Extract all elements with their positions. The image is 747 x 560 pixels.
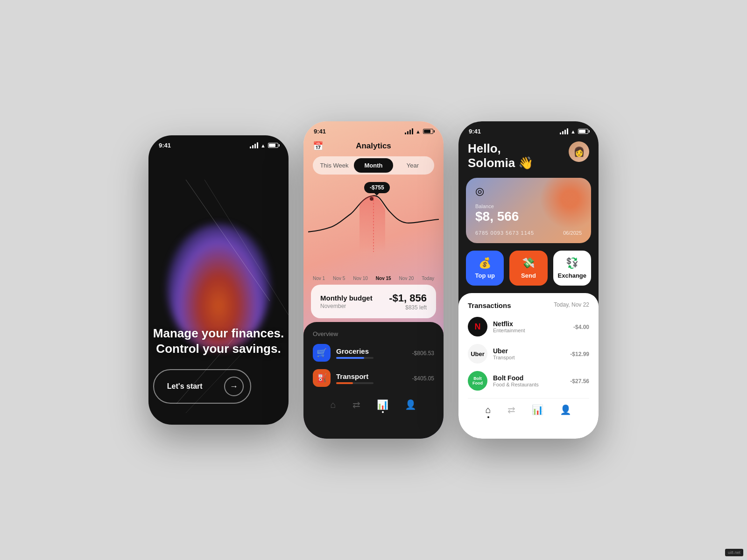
tab-this-week[interactable]: This Week (315, 158, 354, 173)
nav-analytics-icon[interactable]: 📊 (377, 399, 388, 410)
bolt-amount: -$27.56 (570, 377, 589, 385)
analytics-chart: -$755 Nov 1 Nov 5 Nov 10 (308, 177, 439, 281)
chart-x-labels: Nov 1 Nov 5 Nov 10 Nov 15 Nov 20 Today (308, 276, 439, 281)
budget-values: -$1, 856 $835 left (389, 292, 427, 311)
uber-amount: -$12.99 (570, 350, 589, 357)
tx-row-netflix[interactable]: N Netflix Entertainment -$4.00 (468, 317, 589, 336)
transport-icon: ⛽ (313, 369, 331, 387)
card-logo-icon: ◎ (475, 185, 582, 197)
category-groceries: 🛒 Groceries (313, 344, 412, 362)
overview-row-groceries: 🛒 Groceries -$806.53 (313, 344, 434, 362)
tab-year[interactable]: Year (393, 158, 432, 173)
card-number: 6785 0093 5673 1145 (475, 230, 534, 236)
nav-active-dot (382, 411, 384, 413)
uber-name: Uber (493, 347, 570, 355)
netflix-name: Netflix (493, 320, 573, 328)
user-name: Solomia 👋 (468, 156, 533, 170)
exchange-icon: 💱 (566, 257, 578, 269)
analytics-title: Analytics (356, 141, 391, 151)
signal-icon-3 (560, 128, 568, 134)
home-nav-dot (487, 416, 489, 418)
period-tabs[interactable]: This Week Month Year (313, 156, 434, 175)
topup-label: Top up (475, 272, 494, 279)
card-expiry: 06/2025 (563, 230, 582, 236)
topup-icon: 💰 (479, 257, 491, 269)
nav-profile-icon[interactable]: 👤 (405, 399, 416, 410)
budget-month: November (320, 303, 373, 309)
tx-row-bolt[interactable]: BoltFood Bolt Food Food & Restaurants -$… (468, 371, 589, 391)
exchange-label: Exchange (558, 272, 586, 279)
signal-icon-1 (250, 142, 258, 148)
status-icons-2: ▲ (405, 128, 433, 134)
transport-name: Transport (336, 372, 374, 380)
nav-analytics-white-icon[interactable]: 📊 (532, 404, 543, 415)
card-footer: 6785 0093 5673 1145 06/2025 (475, 230, 582, 236)
budget-label: Monthly budget (320, 294, 373, 302)
nav-transfer-icon[interactable]: ⇄ (352, 399, 360, 410)
bolt-info: Bolt Food Food & Restaurants (493, 374, 570, 387)
groceries-amount: -$806.53 (412, 349, 434, 357)
bolt-category: Food & Restaurants (493, 382, 570, 387)
tx-row-uber[interactable]: Uber Uber Transport -$12.99 (468, 344, 589, 364)
budget-card: Monthly budget November -$1, 856 $835 le… (311, 285, 436, 318)
greeting-text: Hello, (468, 141, 533, 156)
send-icon: 💸 (522, 257, 535, 269)
budget-info: Monthly budget November (320, 294, 373, 309)
home-bottom-nav: ⌂ ⇄ 📊 👤 (468, 398, 589, 423)
action-buttons: 💰 Top up 💸 Send 💱 Exchange (466, 251, 591, 286)
budget-amount: -$1, 856 (389, 292, 427, 304)
phone-home: 9:41 ▲ Hello, Solomia 👋 👩 (458, 121, 599, 439)
uber-category: Transport (493, 355, 570, 360)
x-label-4: Nov 20 (399, 276, 414, 281)
battery-icon-2 (423, 129, 433, 134)
status-icons-3: ▲ (560, 128, 588, 134)
topup-button[interactable]: 💰 Top up (466, 251, 504, 286)
battery-icon-3 (578, 129, 588, 134)
calendar-icon: 📅 (313, 141, 323, 151)
transport-bar-wrap (336, 382, 374, 384)
analytics-header: 📅 Analytics (303, 138, 444, 154)
tab-month[interactable]: Month (354, 158, 393, 173)
tx-date: Today, Nov 22 (554, 301, 589, 309)
home-inner: 9:41 ▲ Hello, Solomia 👋 👩 (458, 121, 599, 439)
bank-card[interactable]: ◎ Balance $8, 566 6785 0093 5673 1145 06… (466, 178, 591, 243)
phone-onboarding: 9:41 ▲ Manage your financ (148, 135, 289, 425)
wifi-icon-1: ▲ (261, 143, 266, 148)
netflix-logo: N (468, 317, 487, 336)
groceries-bar (336, 357, 364, 359)
onboarding-content: Manage your finances. Control your savin… (148, 152, 289, 422)
x-label-5: Today (422, 276, 434, 281)
nav-home-icon[interactable]: ⌂ (331, 399, 336, 410)
budget-left: $835 left (389, 304, 427, 311)
status-icons-1: ▲ (250, 142, 278, 148)
nav-profile-white-icon[interactable]: 👤 (560, 404, 571, 415)
x-label-3: Nov 15 (376, 276, 391, 281)
exchange-button[interactable]: 💱 Exchange (553, 251, 591, 286)
transport-bar (336, 382, 353, 384)
bolt-logo: BoltFood (468, 371, 487, 391)
overview-title: Overview (313, 330, 434, 337)
wifi-icon-2: ▲ (416, 129, 421, 134)
card-balance-label: Balance (475, 203, 582, 209)
send-button[interactable]: 💸 Send (509, 251, 547, 286)
analytics-bottom-nav: ⌂ ⇄ 📊 👤 (313, 394, 434, 418)
status-time-2: 9:41 (314, 128, 326, 135)
nav-home-white-icon[interactable]: ⌂ (486, 405, 491, 415)
signal-icon-2 (405, 128, 413, 134)
netflix-info: Netflix Entertainment (493, 320, 573, 333)
transport-amount: -$405.05 (412, 374, 434, 382)
battery-icon-1 (268, 143, 278, 148)
nav-transfer-white-icon[interactable]: ⇄ (507, 404, 515, 415)
uber-info: Uber Transport (493, 347, 570, 360)
lets-start-button[interactable]: Let's start → (153, 369, 251, 404)
groceries-name: Groceries (336, 347, 374, 355)
phone-analytics: 9:41 ▲ 📅 Analytics This Week Month (303, 121, 444, 439)
tx-title: Transactions (468, 301, 511, 309)
x-label-1: Nov 5 (333, 276, 345, 281)
arrow-icon: → (224, 377, 244, 396)
netflix-category: Entertainment (493, 328, 573, 333)
user-avatar[interactable]: 👩 (569, 141, 589, 162)
status-time-1: 9:41 (159, 142, 171, 149)
greeting-block: Hello, Solomia 👋 (468, 141, 533, 170)
send-label: Send (521, 272, 536, 279)
